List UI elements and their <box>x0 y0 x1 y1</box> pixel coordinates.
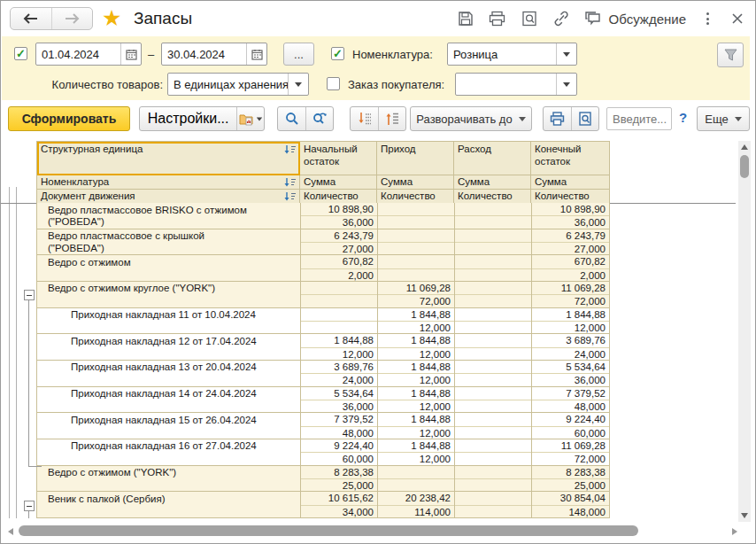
table-row[interactable]: Приходная накладная 11 от 10.04.20241 84… <box>36 308 610 335</box>
quantity-mode-select[interactable]: В единицах хранения <box>167 73 309 96</box>
link-icon[interactable] <box>552 10 570 27</box>
header-income[interactable]: Приход <box>377 142 454 175</box>
sum-value: 11 069,28 <box>532 282 609 294</box>
favorite-star-icon[interactable]: ★ <box>102 5 121 31</box>
chevron-down-icon <box>519 117 526 121</box>
collapse-group-button[interactable] <box>24 501 35 511</box>
report-variant-button[interactable] <box>236 107 264 130</box>
customer-order-select[interactable] <box>455 73 577 96</box>
header-quantity: Количество <box>377 190 454 204</box>
chevron-down-icon[interactable] <box>556 43 576 65</box>
table-row[interactable]: Ведро пластмассовое с крышкой ("POBEDA")… <box>36 229 610 256</box>
sum-value: 8 283,38 <box>301 466 377 478</box>
chevron-down-icon <box>735 117 742 121</box>
scroll-up-arrow[interactable] <box>741 144 748 150</box>
generate-button[interactable]: Сформировать <box>8 106 130 131</box>
more-actions-button[interactable]: Еще <box>697 106 750 131</box>
more-menu-icon[interactable] <box>700 12 714 25</box>
header-begin-balance[interactable]: Начальный остаток <box>300 142 377 175</box>
date-to-input[interactable] <box>162 48 246 61</box>
header-nomenclature[interactable]: Номенклатура <box>37 175 300 190</box>
header-structural-unit[interactable]: Структурная единица <box>37 142 300 175</box>
period-checkbox[interactable]: ✓ <box>14 47 27 60</box>
quantity-value: 148,000 <box>532 505 609 517</box>
collapse-groups-icon[interactable] <box>378 107 405 130</box>
discussion-label[interactable]: Обсуждение <box>609 12 686 27</box>
chevron-down-icon[interactable] <box>556 74 576 95</box>
settings-button[interactable]: Настройки... <box>140 107 236 130</box>
table-row[interactable]: Приходная накладная 16 от 27.04.20249 22… <box>36 439 610 466</box>
search-button[interactable] <box>278 107 305 130</box>
expand-groups-icon[interactable] <box>351 107 378 130</box>
sum-value: 1 844,88 <box>378 334 454 346</box>
date-from-input[interactable] <box>36 48 120 61</box>
save-icon[interactable] <box>457 10 474 27</box>
quantity-value <box>378 215 454 228</box>
expand-to-button[interactable]: Разворачивать до <box>410 106 532 131</box>
date-range-dash: – <box>148 48 154 61</box>
row-income-cell: 1 844,8812,000 <box>377 413 454 439</box>
quantity-value: 12,000 <box>378 452 454 464</box>
customer-order-checkbox[interactable] <box>327 77 340 90</box>
row-expense-cell <box>454 466 531 492</box>
chevron-down-icon[interactable] <box>288 74 308 95</box>
table-row[interactable]: Ведро с отжимом ("YORK")8 283,3825,0008 … <box>36 466 610 493</box>
forward-button[interactable] <box>52 8 93 29</box>
row-begin-cell: 9 224,4060,000 <box>300 439 377 465</box>
date-from-field <box>35 43 142 66</box>
sum-value: 10 615,62 <box>301 492 377 504</box>
filter-panel: ✓ – ... ✓ Номенклатура: Розница Количест… <box>2 36 750 100</box>
help-button[interactable]: ? <box>679 110 687 125</box>
quick-search-input[interactable] <box>606 107 672 130</box>
table-row[interactable]: Приходная накладная 13 от 20.04.20243 68… <box>36 361 610 387</box>
quick-print-icon[interactable] <box>544 107 571 130</box>
table-row[interactable]: Приходная накладная 12 от 17.04.20241 84… <box>36 334 610 361</box>
back-button[interactable] <box>11 8 52 29</box>
print-icon[interactable] <box>489 10 506 27</box>
print-preview-icon[interactable] <box>521 10 538 27</box>
sum-value <box>455 361 531 373</box>
header-movement-document[interactable]: Документ движения <box>37 190 300 204</box>
table-row[interactable]: Ведро с отжимом670,822,000670,822,000 <box>36 255 610 282</box>
period-more-button[interactable]: ... <box>283 43 314 66</box>
sort-icon[interactable] <box>283 191 297 202</box>
tree-connector-line <box>28 300 29 466</box>
vertical-scroll-thumb[interactable] <box>740 155 749 178</box>
sort-icon[interactable] <box>283 177 297 188</box>
horizontal-scroll-thumb[interactable] <box>19 525 638 536</box>
table-row[interactable]: Приходная накладная 14 от 24.04.20245 53… <box>36 387 610 414</box>
discussion-icon[interactable] <box>584 10 602 27</box>
nomenclature-select[interactable]: Розница <box>447 43 577 66</box>
collapse-group-button[interactable] <box>24 290 35 300</box>
close-icon[interactable] <box>729 10 746 27</box>
sum-value: 7 379,52 <box>301 413 377 425</box>
row-income-cell <box>377 203 454 229</box>
search-next-button[interactable] <box>305 107 333 130</box>
sum-value: 1 844,88 <box>378 413 454 425</box>
quantity-value: 48,000 <box>301 426 377 439</box>
quantity-value <box>455 478 531 491</box>
calendar-icon[interactable] <box>246 43 266 65</box>
scroll-left-arrow[interactable] <box>8 528 13 535</box>
quantity-value: 12,000 <box>378 400 454 412</box>
header-end-balance[interactable]: Конечный остаток <box>531 142 610 175</box>
nav-group <box>10 7 93 30</box>
table-row[interactable]: Ведро пластмассовое BRISKO с отжимом ("P… <box>36 203 610 229</box>
calendar-icon[interactable] <box>120 43 141 65</box>
row-income-cell: 1 844,8812,000 <box>377 361 454 386</box>
quantity-value: 12,000 <box>378 373 454 385</box>
nomenclature-checkbox[interactable]: ✓ <box>331 47 344 60</box>
table-row[interactable]: Приходная накладная 15 от 26.04.20247 37… <box>36 413 610 439</box>
sort-icon[interactable] <box>283 144 297 155</box>
sum-value <box>378 229 454 242</box>
print-group <box>543 106 599 131</box>
header-expense[interactable]: Расход <box>454 142 531 175</box>
table-row[interactable]: Веник с палкой (Сербия)10 615,6234,00020… <box>36 492 610 518</box>
preview-icon[interactable] <box>571 107 598 130</box>
table-row[interactable]: Ведро с отжимом круглое ("YORK")11 069,2… <box>36 282 610 308</box>
scroll-right-arrow[interactable] <box>732 528 737 535</box>
scroll-down-arrow[interactable] <box>741 513 748 518</box>
filter-settings-button[interactable] <box>717 43 744 67</box>
sum-value: 3 689,76 <box>532 334 609 346</box>
quantity-value: 2,000 <box>532 268 609 281</box>
